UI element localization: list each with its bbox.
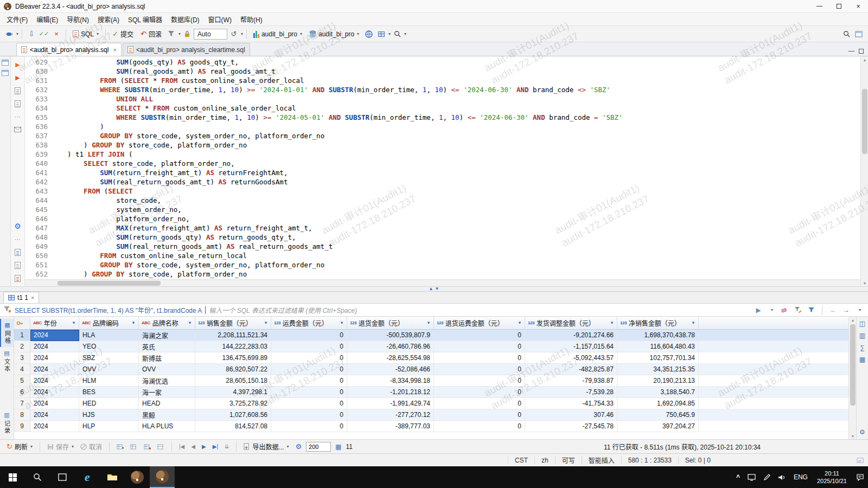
code-line[interactable]: UNION ALL [55,94,153,104]
grid-cell[interactable]: -5,092,443.57 [525,352,617,364]
close-button[interactable]: × [848,0,868,12]
checkmark-icon[interactable]: ✓✓ [38,28,50,40]
code-line[interactable]: SELECT store_code, platform_order_no, [55,159,235,168]
column-header[interactable]: 123退货金额（元）▼ [347,317,434,329]
dbeaver-taskbar-icon[interactable] [125,466,150,488]
grid-cell[interactable]: 海一家 [139,387,195,398]
grid-cell[interactable]: 2024 [30,387,79,398]
grid-cell[interactable]: -482,825.87 [525,364,617,375]
filter-input-placeholder[interactable]: 输入一个 SQL 表达式来过滤结果 (使用 Ctrl+Space) [209,305,750,314]
code-line[interactable]: SUM(real_return_goods_amt_t) AS returnGo… [55,177,288,187]
grid-cell[interactable]: 0 [434,421,525,432]
maximize-button[interactable] [829,0,848,12]
code-line[interactable]: SUM(goods_qty) AS goods_qty_t, [55,57,239,67]
grid-cell[interactable]: 2024 [30,398,79,409]
status-insert-mode[interactable]: 智能插入 [582,455,621,465]
tray-display-icon[interactable] [744,466,760,488]
tab-analysis-cleartime-sql[interactable]: <audit_bi_pro> analysis_cleartime.sql [123,43,250,56]
code-line[interactable]: FROM (SELECT [55,187,132,196]
ie-icon[interactable]: e [75,466,100,488]
editor-results-splitter[interactable]: ▲ ▼ [0,286,868,292]
filter-query-text[interactable]: SELECT SUBSTR(t1.orderTime, 1, 4) AS "年份… [15,305,202,314]
code-line[interactable]: ) [55,122,104,131]
row-number[interactable]: 4 [14,364,30,375]
panel-toggle-icon[interactable]: ◫ [859,320,865,328]
menu-item[interactable]: 编辑(E) [32,13,62,25]
code-line[interactable]: system_order_no, [55,205,182,214]
database-selector[interactable]: audit_bi_pro ▾ [306,29,362,39]
row-delete-icon[interactable] [142,442,153,451]
grid-cell[interactable]: 0 [434,330,525,341]
grid-cell[interactable]: 34,351,215.35 [617,364,699,375]
minimize-editor-icon[interactable] [848,51,854,52]
grid-cell[interactable]: HED [79,398,139,409]
grid-cell[interactable]: 1,692,094.85 [617,398,699,409]
import-icon[interactable]: ⇩ [25,28,37,40]
grid-cell[interactable]: 750,645.9 [617,409,699,421]
code-line[interactable]: FROM (SELECT * FROM custom_online_sale_o… [55,76,304,85]
filter-history-dropdown[interactable]: ▾ [767,305,777,315]
taskbar-search-icon[interactable] [25,466,50,488]
sql-editor-menu-button[interactable]: SQL ▾ [69,29,102,39]
filter-forward-icon[interactable]: → [841,305,851,315]
editor-horizontal-scrollbar[interactable] [25,279,860,286]
save-file-icon[interactable] [13,273,23,283]
tray-volume-icon[interactable] [774,466,790,488]
grid-cell[interactable]: -1,157,015.64 [525,341,617,352]
fetch-all-icon[interactable]: ⇊ [222,442,231,451]
row-number[interactable]: 9 [14,421,30,432]
grid-cell[interactable]: 814,527.08 [195,421,271,432]
grid-cell[interactable]: 2,208,111,521.34 [195,330,271,341]
presentation-tab-网格[interactable]: ▦网格 [0,319,14,347]
grid-cell[interactable]: OVV [79,364,139,375]
maximize-editor-icon[interactable] [859,49,864,54]
row-number[interactable]: 5 [14,375,30,387]
grid-cell[interactable]: 0 [434,398,525,409]
code-line[interactable]: ) t1 LEFT JOIN ( [55,150,132,159]
grid-cell[interactable]: 102,757,701.34 [617,352,699,364]
grid-cell[interactable]: 0 [271,330,347,341]
sort-dropdown-icon[interactable]: ▼ [518,320,522,325]
grid-cell[interactable]: -27,545.78 [525,421,617,432]
grid-cell[interactable]: 黑鲸 [139,409,195,421]
grid-cell[interactable]: -7,539.28 [525,387,617,398]
menu-item[interactable]: SQL 编辑器 [124,13,167,25]
row-number[interactable]: 6 [14,387,30,398]
grid-cell[interactable]: 2024 [30,364,79,375]
grid-vertical-scrollbar[interactable]: ▲ ▼ [848,317,856,439]
connection-selector[interactable]: audit_bi_pro ▾ [250,29,305,39]
grid-cell[interactable]: 海澜之家 [139,330,195,341]
grid-cell[interactable]: 0 [434,341,525,352]
presentation-tab-记录[interactable]: ▥记录 [0,409,14,437]
grid-cell[interactable]: 0 [271,375,347,387]
grid-cell[interactable]: 1,698,370,438.78 [617,330,699,341]
grid-cell[interactable]: 2024 [30,375,79,387]
editor-more-icon[interactable]: ⋯ [13,112,23,121]
edit-filter-icon[interactable] [793,305,803,315]
column-header[interactable]: ABC年份▼ [30,317,79,329]
database-navigator-panel-icon[interactable] [2,60,9,66]
collapse-up-icon[interactable]: ▲ [429,287,433,291]
grid-cell[interactable]: HLA [79,330,139,341]
code-line[interactable]: SUM(real_goods_amt) AS real_goods_amt_t [55,67,276,76]
apply-filter-icon[interactable]: ▶ [754,305,763,315]
filter-back-icon[interactable]: ← [828,305,838,315]
editor-vertical-scrollbar[interactable]: ▲ ▼ [860,56,868,286]
grid-cell[interactable]: HLP [79,421,139,432]
nav-prev-icon[interactable]: ◀ [189,442,197,451]
row-number[interactable]: 1 [14,330,30,341]
column-header[interactable]: 123净销售金额（元）▼ [617,317,699,329]
grid-cell[interactable]: 3,725,278.92 [195,398,271,409]
code-line[interactable]: SUM(return_freight_amt_t) AS returnFreig… [55,168,288,177]
grid-cell[interactable]: 2024 [30,341,79,352]
code-line[interactable]: ) GROUP BY store_code, platform_order_no [55,269,247,279]
presentation-tab-文本[interactable]: ▤文本 [0,347,14,375]
grid-cell[interactable]: 20,190,213.13 [617,375,699,387]
grid-cell[interactable]: 0 [271,421,347,432]
grid-cell[interactable]: -41,754.33 [525,398,617,409]
rollback-button[interactable]: ↶ 回滚 [137,28,165,40]
grid-corner-key-icon[interactable] [14,317,30,329]
grid-cell[interactable]: 0 [434,387,525,398]
grid-cell[interactable]: -1,201,218.12 [347,387,434,398]
tray-chevron-icon[interactable]: ^ [732,466,744,488]
